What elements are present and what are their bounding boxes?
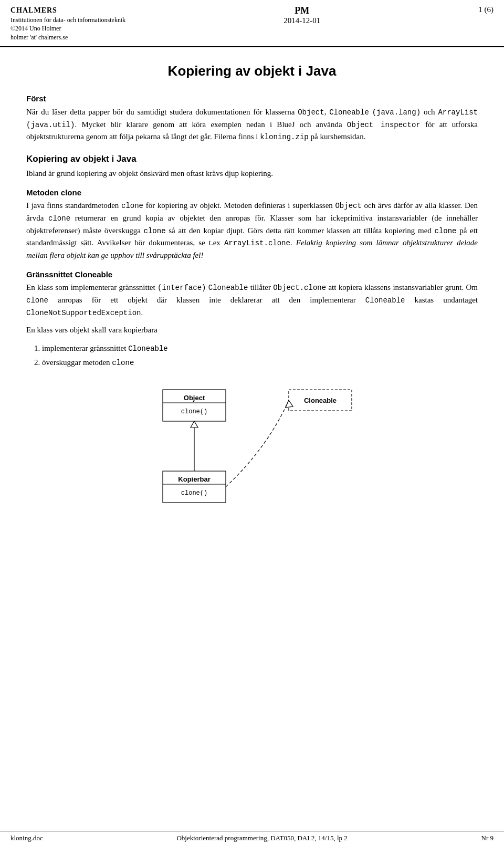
page-number: 1 (6) [478,5,494,14]
section-cloneable-heading: Gränssnittet Cloneable [26,270,478,279]
section-kopiering-heading: Kopiering av objekt i Java [26,154,478,164]
header-center: PM 2014-12-01 [284,5,320,25]
page-header: CHALMERS Institutionen för data- och inf… [0,0,504,47]
cloneable-paragraph1: En klass som implementerar gränssnittet … [26,281,478,319]
copyright-line: ©2014 Uno Holmer [10,24,125,33]
institution-line: Institutionen för data- och informations… [10,16,125,25]
uml-diagram: Object clone() Cloneable Kopierbar clone… [26,384,478,521]
footer-page-nr: Nr 9 [481,834,494,842]
diagram-svg: Object clone() Cloneable Kopierbar clone… [131,384,373,521]
section-kopiering-paragraph: Ibland är grund kopiering av objekt önsk… [26,168,478,180]
header-right: 1 (6) [478,5,494,14]
chalmers-title: CHALMERS [10,5,125,16]
footer-course: Objektorienterad programmering, DAT050, … [176,834,347,842]
svg-text:Cloneable: Cloneable [304,397,337,404]
svg-text:Object: Object [184,394,205,402]
svg-text:clone(): clone() [181,489,207,497]
pm-title: PM [284,5,320,16]
forst-paragraph: När du läser detta papper bör du samtidi… [26,106,478,143]
svg-text:Kopierbar: Kopierbar [178,475,210,483]
forst-label: Först [26,94,478,103]
list-item-2: överskuggar metoden clone [42,356,478,369]
page-footer: kloning.doc Objektorienterad programmeri… [0,831,504,845]
page-title: Kopiering av objekt i Java [26,63,478,79]
header-left: CHALMERS Institutionen för data- och inf… [10,5,125,42]
list-item-1: implementerar gränssnittet Cloneable [42,342,478,354]
svg-marker-11 [191,421,198,427]
cloneable-paragraph2: En klass vars objekt skall vara kopierba… [26,324,478,336]
main-content: Kopiering av objekt i Java Först När du … [0,47,504,547]
footer-filename: kloning.doc [10,834,43,842]
pm-date: 2014-12-01 [284,16,320,25]
cloneable-list: implementerar gränssnittet Cloneable öve… [42,342,478,369]
clone-paragraph1: I java finns standardmetoden clone för k… [26,200,478,262]
svg-text:clone(): clone() [181,408,207,415]
section-clone-heading: Metoden clone [26,188,478,197]
email-line: holmer 'at' chalmers.se [10,33,125,42]
